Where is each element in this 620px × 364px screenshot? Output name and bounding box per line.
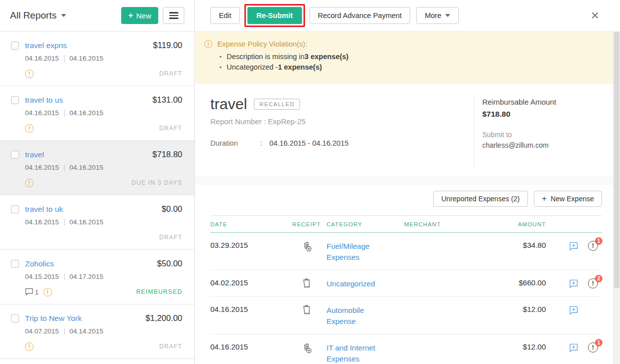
new-report-button[interactable]: +New xyxy=(121,7,158,24)
expense-category-link[interactable]: Fuel/Mileage Expenses xyxy=(327,242,370,261)
section-divider xyxy=(195,176,613,185)
add-comment-icon[interactable] xyxy=(568,342,579,353)
expense-amount: $34.80 xyxy=(486,241,546,249)
report-checkbox[interactable] xyxy=(11,96,19,104)
report-name-link[interactable]: Zoholics xyxy=(25,259,54,268)
scrollbar-thumb[interactable] xyxy=(614,32,619,288)
column-amount: AMOUNT xyxy=(486,221,546,227)
status-badge: DUE IN 3 DAYS xyxy=(132,179,182,186)
sidebar-header: All Reports +New xyxy=(0,0,194,32)
status-badge: DRAFT xyxy=(159,125,182,132)
list-menu-button[interactable] xyxy=(163,7,184,24)
status-badge: DRAFT xyxy=(159,343,182,350)
add-comment-icon[interactable] xyxy=(568,305,579,315)
violations-list: Description is missing in 3 expense(s) U… xyxy=(204,53,603,71)
warning-icon: ! xyxy=(25,179,34,187)
report-header: travel RECALLED Report Number : ExpRep-2… xyxy=(195,84,613,176)
expense-row[interactable]: 03.29.2015 Fuel/Mileage Expenses $34.80 … xyxy=(210,233,602,270)
violation-item: Description is missing in 3 expense(s) xyxy=(219,53,603,61)
report-amount: $119.00 xyxy=(153,41,182,50)
submit-to-label: Submit to xyxy=(482,131,608,139)
report-name-link[interactable]: travel expns xyxy=(25,41,67,50)
report-amount: $718.80 xyxy=(152,150,182,159)
new-expense-button[interactable]: + New Expense xyxy=(534,191,602,207)
record-advance-payment-button[interactable]: Record Advance Payment xyxy=(309,7,411,24)
expense-row[interactable]: 04.16.2015 IT and Internet Expenses $12.… xyxy=(210,334,602,364)
policy-violations-banner: ! Expense Policy Violation(s): Descripti… xyxy=(195,32,613,84)
violation-indicator[interactable]: ! 1 xyxy=(588,342,599,353)
report-detail-panel: Edit Re-Submit Record Advance Payment Mo… xyxy=(195,0,613,364)
report-list-item[interactable]: travel to uk $0.00 04.16.201504.16.2015 … xyxy=(0,195,194,250)
report-list-item[interactable]: travel expns $119.00 04.16.201504.16.201… xyxy=(0,32,194,86)
edit-button[interactable]: Edit xyxy=(210,7,240,24)
violation-item: Uncategorized - 1 expense(s) xyxy=(219,63,603,71)
detail-toolbar: Edit Re-Submit Record Advance Payment Mo… xyxy=(195,0,613,32)
report-name-link[interactable]: travel to uk xyxy=(25,205,63,214)
reports-sidebar: All Reports +New travel expns $119.00 04… xyxy=(0,0,195,364)
reports-filter-label: All Reports xyxy=(10,10,57,21)
report-checkbox[interactable] xyxy=(11,205,19,213)
report-amount: $1,200.00 xyxy=(146,313,182,323)
report-dates: 04.07.201504.14.2015 xyxy=(25,327,182,335)
report-name-link[interactable]: travel xyxy=(25,150,44,159)
attach-receipt-icon[interactable] xyxy=(301,241,312,252)
report-name-link[interactable]: travel to us xyxy=(25,96,63,105)
expense-category-link[interactable]: Uncategorized xyxy=(327,279,375,288)
warning-icon: ! xyxy=(25,124,34,133)
close-icon[interactable]: × xyxy=(588,9,602,23)
reimbursable-amount-value: $718.80 xyxy=(482,110,608,119)
recalled-status-badge: RECALLED xyxy=(254,99,300,110)
hamburger-icon xyxy=(169,12,178,13)
column-date: DATE xyxy=(210,221,286,227)
report-dates: 04.15.201504.17.2015 xyxy=(25,273,182,280)
expense-date: 04.02.2015 xyxy=(210,278,286,287)
expense-date: 04.16.2015 xyxy=(210,342,286,351)
reports-filter-dropdown[interactable]: All Reports xyxy=(10,10,66,21)
expense-category-link[interactable]: Automobile Expense xyxy=(327,306,364,325)
report-checkbox[interactable] xyxy=(11,151,19,159)
report-checkbox[interactable] xyxy=(11,314,19,322)
report-list-item-selected[interactable]: travel $718.80 04.16.201504.16.2015 ! DU… xyxy=(0,141,194,195)
plus-icon: + xyxy=(128,11,133,21)
add-comment-icon[interactable] xyxy=(568,241,579,251)
report-name-link[interactable]: Trip to New York xyxy=(25,314,82,323)
more-button[interactable]: More xyxy=(416,7,459,24)
report-list-item[interactable]: travel to us $131.00 04.16.201504.16.201… xyxy=(0,86,194,141)
report-title: travel xyxy=(210,96,247,113)
expense-row[interactable]: 04.16.2015 Automobile Expense $12.00 xyxy=(210,297,602,334)
violation-indicator[interactable]: ! 2 xyxy=(588,278,599,289)
icon-spacer xyxy=(588,305,599,316)
receipt-attached-icon[interactable] xyxy=(302,278,311,288)
resubmit-button[interactable]: Re-Submit xyxy=(247,7,302,24)
plus-icon: + xyxy=(542,194,547,204)
report-amount: $50.00 xyxy=(157,259,182,268)
submit-to-value: charless@zillum.com xyxy=(482,141,608,149)
comment-icon xyxy=(25,288,34,296)
add-comment-icon[interactable] xyxy=(568,278,579,289)
unreported-expenses-button[interactable]: Unreported Expenses (2) xyxy=(433,191,527,207)
violation-indicator[interactable]: ! 1 xyxy=(588,241,599,252)
report-checkbox[interactable] xyxy=(11,42,19,50)
status-badge: REIMBURSED xyxy=(136,288,182,295)
expense-date: 03.29.2015 xyxy=(210,241,286,249)
expenses-section: Unreported Expenses (2) + New Expense DA… xyxy=(195,185,613,364)
expense-category-link[interactable]: IT and Internet Expenses xyxy=(327,343,375,363)
annotation-highlight-box: Re-Submit xyxy=(244,4,305,27)
more-label: More xyxy=(425,12,441,20)
violation-count-badge: 1 xyxy=(595,237,602,245)
expense-row[interactable]: 04.02.2015 Uncategorized $660.00 ! 2 xyxy=(210,270,602,297)
warning-icon: ! xyxy=(44,288,52,296)
receipt-attached-icon[interactable] xyxy=(302,305,311,315)
violation-count-badge: 2 xyxy=(595,275,602,282)
column-category: CATEGORY xyxy=(327,221,404,227)
attach-receipt-icon[interactable] xyxy=(301,342,312,353)
report-dates: 04.16.201504.16.2015 xyxy=(25,164,182,171)
chevron-down-icon xyxy=(445,14,450,17)
report-dates: 04.16.201504.16.2015 xyxy=(25,109,182,117)
expense-date: 04.16.2015 xyxy=(210,305,286,313)
vertical-scrollbar[interactable] xyxy=(613,32,620,364)
report-list-item[interactable]: Trip to New York $1,200.00 04.07.201504.… xyxy=(0,304,194,359)
report-list-item[interactable]: Zoholics $50.00 04.15.201504.17.2015 1 !… xyxy=(0,250,194,304)
expense-amount: $12.00 xyxy=(486,342,546,351)
report-checkbox[interactable] xyxy=(11,260,19,268)
